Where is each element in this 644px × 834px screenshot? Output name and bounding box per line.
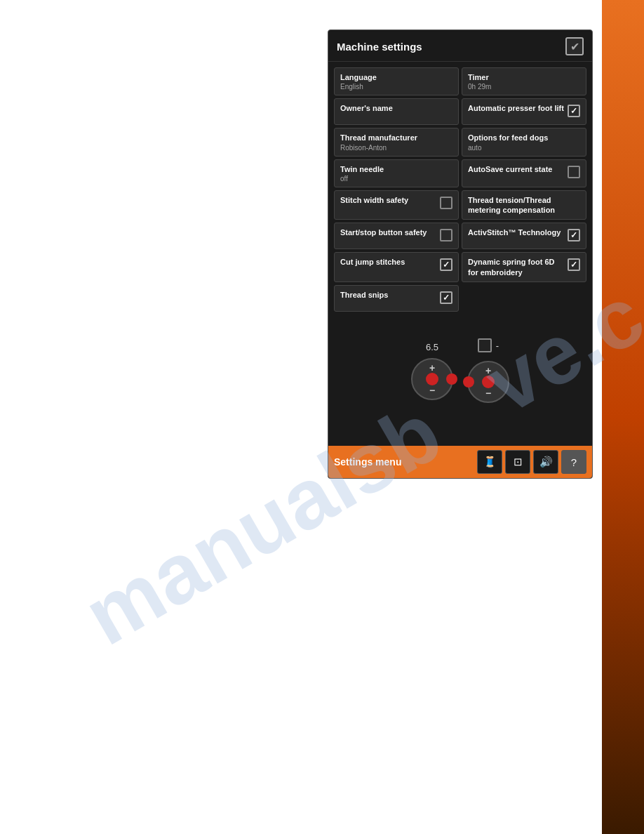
- autosave-label: AutoSave current state: [468, 164, 565, 174]
- thread-snips-checkbox[interactable]: [440, 291, 452, 304]
- help-icon: ?: [571, 456, 577, 468]
- dial1-center-dot: [426, 373, 438, 385]
- dial1-value: 6.5: [426, 342, 438, 352]
- setting-empty: [462, 285, 586, 312]
- setting-start-stop-safety[interactable]: Start/stop button safety: [334, 223, 459, 249]
- language-value: English: [340, 83, 452, 91]
- dial2-minus-icon[interactable]: −: [485, 388, 491, 399]
- machine-settings-panel: Machine settings ✔ Language English Time…: [328, 29, 593, 479]
- dial2-value: -: [496, 340, 499, 351]
- setting-automatic-presser-foot[interactable]: Automatic presser foot lift: [462, 98, 586, 125]
- activstitch-checkbox[interactable]: [568, 229, 580, 241]
- footer-btn-sewing-machine[interactable]: 🧵: [477, 450, 502, 474]
- setting-thread-snips[interactable]: Thread snips: [334, 285, 459, 312]
- automatic-presser-foot-label: Automatic presser foot lift: [468, 103, 565, 113]
- dial2-plus-icon[interactable]: +: [485, 365, 491, 376]
- timer-value: 0h 29m: [468, 83, 580, 91]
- setting-thread-tension[interactable]: Thread tension/Thread metering compensat…: [462, 190, 586, 220]
- footer-btn-hoop[interactable]: ⊡: [505, 450, 530, 474]
- dial1-wrapper: + −: [411, 358, 453, 400]
- autosave-checkbox[interactable]: [568, 166, 580, 178]
- settings-grid: Language English Timer 0h 29m Owner's na…: [328, 62, 592, 317]
- panel-header: Machine settings ✔: [328, 30, 592, 62]
- language-label: Language: [340, 72, 452, 82]
- dynamic-spring-foot-checkbox[interactable]: [568, 258, 580, 271]
- close-button[interactable]: ✔: [565, 37, 584, 55]
- setting-cut-jump-stitches[interactable]: Cut jump stitches: [334, 252, 459, 282]
- activstitch-label: ActivStitch™ Technology: [468, 227, 565, 237]
- dynamic-spring-foot-label: Dynamic spring foot 6D for embroidery: [468, 257, 565, 277]
- setting-dynamic-spring-foot[interactable]: Dynamic spring foot 6D for embroidery: [462, 252, 586, 282]
- setting-thread-manufacturer[interactable]: Thread manufacturer Robison-Anton: [334, 128, 459, 156]
- sound-icon: 🔊: [539, 456, 553, 468]
- footer-btn-help[interactable]: ?: [561, 450, 586, 474]
- thread-manufacturer-value: Robison-Anton: [340, 144, 452, 152]
- cut-jump-stitches-label: Cut jump stitches: [340, 257, 437, 267]
- dial2-small-box: [478, 338, 492, 352]
- panel-title: Machine settings: [337, 41, 422, 53]
- owners-name-label: Owner's name: [340, 103, 452, 113]
- thread-snips-label: Thread snips: [340, 290, 437, 300]
- setting-language[interactable]: Language English: [334, 67, 459, 95]
- stitch-width-safety-checkbox[interactable]: [440, 197, 452, 209]
- setting-activstitch[interactable]: ActivStitch™ Technology: [462, 223, 586, 249]
- setting-owners-name[interactable]: Owner's name: [334, 98, 459, 125]
- setting-stitch-width-safety[interactable]: Stitch width safety: [334, 190, 459, 220]
- dial2-header: -: [478, 338, 499, 355]
- dial2-circle[interactable]: + −: [467, 361, 509, 403]
- dial1-right-dot: [446, 373, 457, 385]
- cut-jump-stitches-checkbox[interactable]: [440, 258, 452, 271]
- start-stop-safety-label: Start/stop button safety: [340, 227, 437, 237]
- dial-area: 6.5 + − - + −: [328, 324, 592, 417]
- panel-footer: Settings menu 🧵 ⊡ 🔊 ?: [328, 446, 592, 478]
- right-sidebar: [602, 0, 644, 834]
- dial1-plus-icon[interactable]: +: [429, 362, 435, 373]
- thread-tension-label: Thread tension/Thread metering compensat…: [468, 195, 580, 216]
- dial1-minus-icon[interactable]: −: [429, 385, 435, 396]
- sewing-machine-icon: 🧵: [483, 456, 497, 468]
- thread-manufacturer-label: Thread manufacturer: [340, 133, 452, 143]
- dial1-circle[interactable]: + −: [411, 358, 453, 400]
- dial2-container: - + −: [467, 338, 509, 403]
- dial2-wrapper: + −: [467, 361, 509, 403]
- twin-needle-label: Twin needle: [340, 164, 452, 174]
- setting-autosave[interactable]: AutoSave current state: [462, 159, 586, 187]
- footer-label: Settings menu: [334, 456, 401, 468]
- setting-twin-needle[interactable]: Twin needle off: [334, 159, 459, 187]
- timer-label: Timer: [468, 72, 580, 82]
- dial2-left-dot: [463, 376, 474, 388]
- dial1-container: 6.5 + −: [411, 342, 453, 400]
- footer-btn-sound[interactable]: 🔊: [533, 450, 558, 474]
- dial2-center-dot: [482, 376, 495, 388]
- stitch-width-safety-label: Stitch width safety: [340, 195, 437, 205]
- options-feed-dogs-label: Options for feed dogs: [468, 133, 580, 143]
- options-feed-dogs-value: auto: [468, 144, 580, 152]
- setting-options-feed-dogs[interactable]: Options for feed dogs auto: [462, 128, 586, 156]
- footer-buttons: 🧵 ⊡ 🔊 ?: [477, 450, 586, 474]
- twin-needle-value: off: [340, 175, 452, 183]
- setting-timer[interactable]: Timer 0h 29m: [462, 67, 586, 95]
- automatic-presser-foot-checkbox[interactable]: [568, 105, 580, 117]
- start-stop-safety-checkbox[interactable]: [440, 229, 452, 241]
- hoop-icon: ⊡: [514, 456, 523, 468]
